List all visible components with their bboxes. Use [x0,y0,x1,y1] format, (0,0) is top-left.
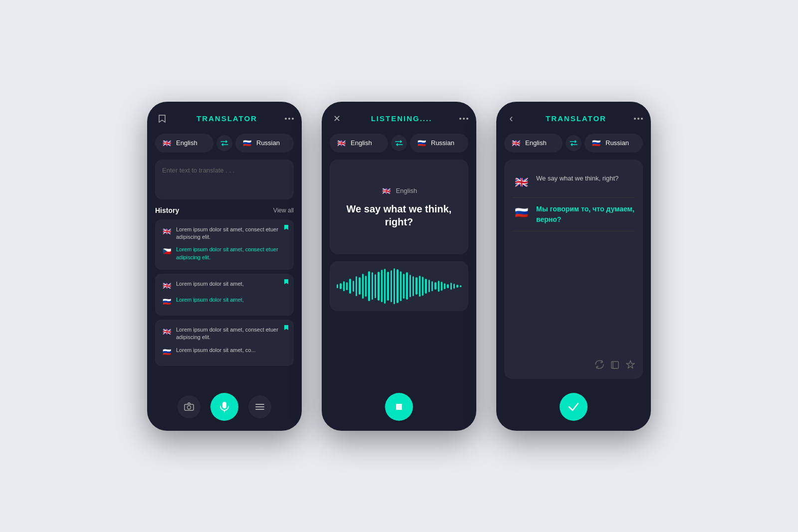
svg-point-1 [188,406,191,409]
ru-flag-1: 🇷🇺 [241,138,252,149]
target-lang-button-1[interactable]: 🇷🇺 Russian [235,134,294,153]
wave-bar [409,275,411,297]
history-text-2-ru: Lorem ipsum dolor sit amet, [176,296,288,304]
wave-bar [406,272,407,300]
wave-bar [349,279,351,294]
listening-lang-name: English [396,187,417,194]
bookmark-icon-1 [284,224,289,232]
history-card-2[interactable]: 🇬🇧 Lorem ipsum dolor sit amet, 🇷🇺 Lorem … [155,274,294,316]
screen3-title: TRANSLATOR [546,114,606,123]
wave-bar [340,283,341,289]
view-all-button[interactable]: View all [273,207,294,214]
history-list: 🇬🇧 Lorem ipsum dolor sit amet, consect e… [155,219,294,386]
source-lang-text-2: English [351,139,372,147]
phone-screen-3: ‹ TRANSLATOR 🇬🇧 English 🇷🇺 Russian 🇬🇧 We… [496,102,651,431]
wave-bar [365,276,367,297]
swap-lang-button-2[interactable] [391,135,407,151]
bookmark-button[interactable] [155,112,169,126]
bookmark-icon-2 [284,279,289,286]
flag-cz-h1: 🇨🇿 [161,246,172,257]
history-entry-3-en: 🇬🇧 Lorem ipsum dolor sit amet, consect e… [161,325,288,343]
wave-bar [434,282,436,290]
wave-bar [403,274,404,299]
translate-input-1[interactable]: Enter text to translate . . . [155,160,294,199]
lang-selector-row-3: 🇬🇧 English 🇷🇺 Russian [504,134,643,153]
camera-button[interactable] [178,395,200,418]
uk-flag-1: 🇬🇧 [161,138,172,149]
wave-bar [359,277,360,295]
close-button[interactable]: ✕ [330,112,344,126]
history-card-1[interactable]: 🇬🇧 Lorem ipsum dolor sit amet, consect e… [155,219,294,270]
wave-bar [400,271,401,301]
wave-bar [438,281,439,292]
lang-selector-row-2: 🇬🇧 English 🇷🇺 Russian [330,134,468,153]
target-lang-button-3[interactable]: 🇷🇺 Russian [585,134,643,153]
wave-bar [422,277,423,296]
star-button[interactable] [626,360,635,371]
more-menu-button-2[interactable] [459,118,468,120]
wave-bar [394,268,395,304]
copy-button[interactable] [611,360,619,371]
wave-bar [397,269,398,303]
svg-rect-2 [222,402,226,408]
wave-bar [450,283,452,290]
wave-bar [441,282,442,291]
history-card-3[interactable]: 🇬🇧 Lorem ipsum dolor sit amet, consect e… [155,320,294,366]
check-button[interactable] [560,393,588,421]
svg-rect-8 [613,361,618,368]
wave-bar [337,284,338,288]
history-entry-1-en: 🇬🇧 Lorem ipsum dolor sit amet, consect e… [161,224,288,243]
wave-bar [431,281,433,291]
wave-bar [447,284,448,288]
more-menu-button[interactable] [285,118,294,120]
uk-flag-listen: 🇬🇧 [381,185,392,196]
lang-selector-row-1: 🇬🇧 English 🇷🇺 Russian [155,134,294,153]
top-bar-3: ‹ TRANSLATOR [504,112,643,126]
target-lang-text-2: Russian [431,139,454,147]
bookmark-icon-3 [284,325,289,332]
wave-bar [444,283,445,289]
result-card: 🇬🇧 We say what we think, right? 🇷🇺 Мы го… [504,160,643,379]
listening-spoken-text: We say what we think, right? [340,202,458,228]
history-entry-1-ru: 🇨🇿 Lorem ipsum dolor sit amet, consect e… [161,244,288,263]
wave-bar [346,282,348,290]
mic-button[interactable] [210,393,238,421]
wave-bar [362,274,364,299]
back-button[interactable]: ‹ [504,112,518,126]
stop-button[interactable] [385,393,413,421]
phone-screen-1: TRANSLATOR 🇬🇧 English 🇷🇺 Russian Enter t… [147,102,302,431]
wave-bar [391,270,392,302]
wave-bar [381,270,383,302]
wave-bar [425,279,426,294]
more-menu-button-3[interactable] [634,118,643,120]
uk-flag-3: 🇬🇧 [510,138,521,149]
wave-bar [387,272,389,301]
target-lang-button-2[interactable]: 🇷🇺 Russian [410,134,468,153]
flag-en-h3: 🇬🇧 [161,326,172,337]
uk-flag-result: 🇬🇧 [512,174,530,191]
phone-screen-2: ✕ LISTENING.... 🇬🇧 English 🇷🇺 Russian 🇬🇧… [322,102,476,431]
swap-lang-button-1[interactable] [216,135,232,151]
source-lang-button-3[interactable]: 🇬🇧 English [504,134,563,153]
menu-lines-button[interactable] [248,395,271,418]
result-translated-entry: 🇷🇺 Мы говорим то, что думаем, верно? [512,198,635,231]
svg-rect-7 [396,404,402,410]
bottom-bar-2 [330,378,468,421]
history-text-3-ru: Lorem ipsum dolor sit amet, co... [176,347,288,354]
flag-en-h1: 🇬🇧 [161,226,172,237]
top-bar-1: TRANSLATOR [155,112,294,126]
wave-bar [419,276,420,297]
uk-flag-2: 🇬🇧 [336,138,347,149]
history-text-1-en: Lorem ipsum dolor sit amet, consect etue… [176,226,288,241]
source-lang-text-3: English [525,139,547,147]
refresh-button[interactable] [595,360,604,371]
source-lang-button-2[interactable]: 🇬🇧 English [330,134,388,153]
history-label: History [155,206,179,214]
source-lang-button-1[interactable]: 🇬🇧 English [155,134,213,153]
bottom-bar-1 [155,386,294,421]
wave-bar [353,281,354,292]
waveform [337,268,461,304]
target-lang-text-3: Russian [605,139,629,147]
swap-lang-button-3[interactable] [566,135,582,151]
history-entry-3-ru: 🇷🇺 Lorem ipsum dolor sit amet, co... [161,345,288,359]
